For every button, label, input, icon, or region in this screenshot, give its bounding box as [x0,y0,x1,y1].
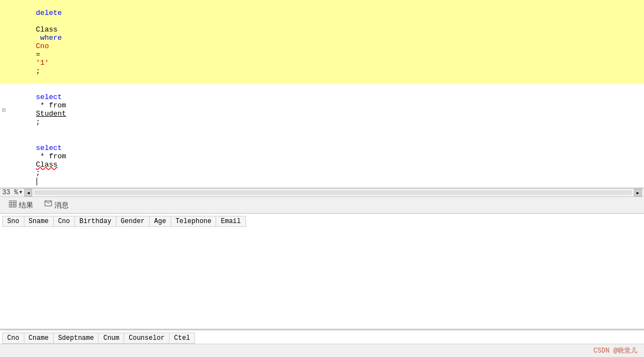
col-cno: Cno [53,216,75,227]
bottom-table-wrapper: Cno Cname Sdeptname Cnum Counselor Ctel [0,330,644,344]
svg-line-7 [48,201,52,203]
col-cname: Cname [24,333,53,344]
tab-results-label: 结果 [19,200,33,210]
semicolon-2: ; [36,118,40,126]
col-cno2: Cno [3,333,24,344]
table-header-row-2: Cno Cname Sdeptname Cnum Counselor Ctel [3,333,195,344]
col-gender: Gender [116,216,149,227]
col-ctel: Ctel [170,333,195,344]
bottom-area: Cno Cname Sdeptname Cnum Counselor Ctel … [0,329,644,357]
code-editor[interactable]: delete Class where Cno = '1' ; ⊟ select … [0,0,644,188]
col-sdeptname: Sdeptname [53,333,99,344]
field-cno: Cno [36,42,49,50]
scroll-left-arrow[interactable]: ◀ [24,189,32,196]
col-sno: Sno [3,216,24,227]
text-cursor [37,178,37,185]
code-line-1: delete Class where Cno = '1' ; [0,0,644,84]
string-val: '1' [36,59,49,67]
zoom-label: 33 % [2,189,18,196]
result-table-2: Cno Cname Sdeptname Cnum Counselor Ctel [2,333,195,344]
text-star-from-2: * from [36,152,70,161]
tabs-bar: 结果 消息 [0,197,644,214]
keyword-select-2: select [36,144,62,152]
line-content-1: delete Class where Cno = '1' ; [8,1,66,84]
text-star-from-1: * from [36,101,70,110]
table-student: Student [36,110,67,118]
table-header-row-1: Sno Sname Cno Birthday Gender Age Teleph… [3,216,246,227]
svg-rect-0 [9,200,16,207]
scrollbar-row: 33 % ▼ ◀ ▶ [0,188,644,197]
col-age: Age [150,216,171,227]
scroll-track[interactable] [34,190,632,195]
svg-line-6 [45,201,48,203]
line-content-2: select * from Student ; [8,85,70,134]
tab-results[interactable]: 结果 [4,198,38,213]
scroll-right-arrow[interactable]: ▶ [634,189,642,196]
line-marker-2: ⊟ [0,106,8,113]
semicolon-1: ; [36,67,40,75]
keyword-select-1: select [36,93,62,101]
results-area-1: Sno Sname Cno Birthday Gender Age Teleph… [0,214,644,329]
col-cnum: Cnum [99,333,124,344]
operator-eq: = [36,50,40,59]
line-content-3: select * from Class ; [8,136,70,188]
col-sname: Sname [24,216,53,227]
zoom-dropdown-arrow[interactable]: ▼ [19,190,22,195]
watermark-text: CSDN @晓觉儿 [594,346,637,355]
text-class: Class [36,25,58,34]
text-space [36,17,40,25]
tab-messages[interactable]: 消息 [40,198,73,213]
zoom-control[interactable]: 33 % ▼ [2,189,22,196]
keyword-delete: delete [36,9,62,17]
col-birthday: Birthday [75,216,116,227]
semicolon-3: ; [36,169,40,177]
results-wrapper-1: Sno Sname Cno Birthday Gender Age Teleph… [0,214,644,227]
results-icon [9,200,17,210]
bottom-status-bar: CSDN @晓觉儿 [0,344,644,357]
code-line-2: ⊟ select * from Student ; [0,84,644,135]
result-table-1: Sno Sname Cno Birthday Gender Age Teleph… [2,216,246,227]
keyword-where: where [36,34,67,42]
messages-icon [44,200,52,210]
table-class: Class [36,161,58,169]
col-telephone: Telephone [171,216,216,227]
col-counselor: Counselor [124,333,170,344]
tab-messages-label: 消息 [54,200,69,210]
col-email: Email [216,216,246,227]
code-line-3: select * from Class ; [0,135,644,188]
